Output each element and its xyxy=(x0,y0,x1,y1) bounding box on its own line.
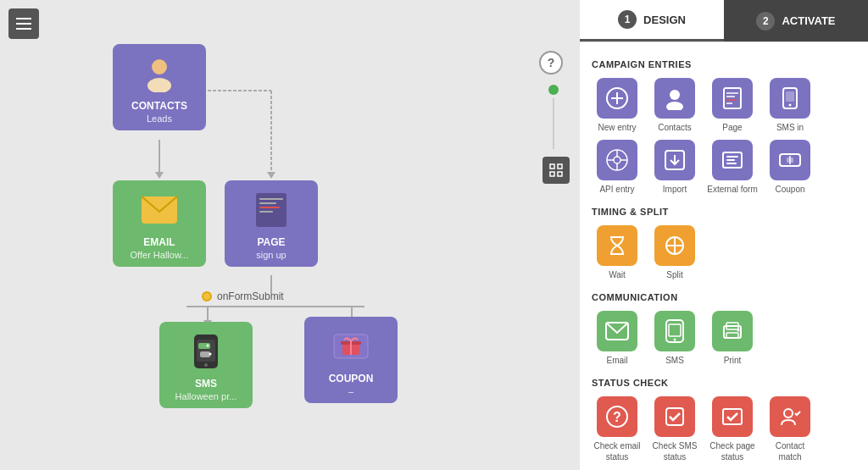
wait-icon xyxy=(597,225,637,266)
check-sms-icon xyxy=(654,396,695,437)
check-sms-item[interactable]: Check SMS status xyxy=(649,396,700,462)
svg-point-17 xyxy=(147,78,171,92)
svg-marker-5 xyxy=(155,172,164,179)
coupon-panel-icon xyxy=(770,140,810,180)
email-comm-label: Email xyxy=(606,355,627,366)
sms-node[interactable]: SMS Halloween pr... xyxy=(159,322,253,408)
svg-rect-60 xyxy=(726,163,737,164)
api-entry-item[interactable]: API entry xyxy=(592,140,643,195)
fit-button[interactable] xyxy=(542,157,570,184)
email-icon xyxy=(138,189,181,231)
zoom-line xyxy=(553,98,554,149)
wait-label: Wait xyxy=(609,269,626,280)
zoom-slider[interactable] xyxy=(548,85,559,149)
svg-point-39 xyxy=(670,90,680,100)
svg-point-29 xyxy=(207,345,209,347)
email-comm-item[interactable]: Email xyxy=(592,311,643,366)
sms-comm-label: SMS xyxy=(665,355,684,366)
svg-point-30 xyxy=(209,353,212,356)
svg-rect-3 xyxy=(558,172,562,176)
panel-header: 1 DESIGN 2 ACTIVATE xyxy=(580,0,868,42)
hamburger-button[interactable] xyxy=(8,8,39,39)
status-check-title: STATUS CHECK xyxy=(592,378,856,388)
right-panel: 1 DESIGN 2 ACTIVATE CAMPAIGN ENTRIES New… xyxy=(580,0,868,470)
coupon-icon xyxy=(330,325,372,368)
new-entry-label: New entry xyxy=(598,122,636,133)
contact-match-label: Contact match xyxy=(765,440,815,462)
contacts-icon xyxy=(138,53,181,95)
svg-rect-59 xyxy=(726,159,735,161)
svg-point-26 xyxy=(204,363,208,367)
sms-in-item[interactable]: SMS in xyxy=(765,78,815,133)
sms-comm-icon xyxy=(654,311,695,351)
page-node-title: PAGE xyxy=(257,236,285,248)
split-item[interactable]: Split xyxy=(649,225,700,280)
print-item[interactable]: Print xyxy=(707,311,758,366)
svg-rect-28 xyxy=(200,351,210,357)
svg-rect-58 xyxy=(726,156,738,158)
external-form-icon xyxy=(712,140,753,180)
wait-item[interactable]: Wait xyxy=(592,225,643,280)
help-button[interactable]: ? xyxy=(539,51,563,75)
activate-tab-number: 2 xyxy=(756,12,775,30)
new-entry-item[interactable]: New entry xyxy=(592,78,643,133)
svg-rect-2 xyxy=(550,172,554,176)
svg-rect-0 xyxy=(550,164,554,169)
form-submit-label: onFormSubmit xyxy=(202,290,284,302)
api-entry-label: API entry xyxy=(599,184,634,195)
svg-rect-25 xyxy=(197,340,215,362)
contact-match-item[interactable]: Contact match xyxy=(765,396,815,462)
split-icon xyxy=(654,225,695,266)
contacts-node[interactable]: CONTACTS Leads xyxy=(113,44,206,130)
coupon-item[interactable]: Coupon xyxy=(765,140,815,195)
svg-point-40 xyxy=(666,102,683,110)
coupon-panel-label: Coupon xyxy=(775,184,804,195)
import-item[interactable]: Import xyxy=(649,140,700,195)
check-email-item[interactable]: ? Check email status xyxy=(592,396,643,462)
sms-icon xyxy=(185,330,227,373)
svg-text:?: ? xyxy=(613,410,621,424)
design-tab-label: DESIGN xyxy=(643,14,686,26)
coupon-node[interactable]: COUPON – xyxy=(304,317,398,403)
check-page-icon xyxy=(712,396,753,437)
campaign-entries-title: CAMPAIGN ENTRIES xyxy=(592,59,856,69)
sms-in-label: SMS in xyxy=(776,122,804,133)
external-form-item[interactable]: External form xyxy=(707,140,758,195)
panel-body: CAMPAIGN ENTRIES New entry Contacts xyxy=(580,42,868,470)
check-page-item[interactable]: Check page status xyxy=(707,396,758,462)
check-sms-label: Check SMS status xyxy=(649,440,700,462)
svg-rect-21 xyxy=(259,202,276,204)
contacts-panel-label: Contacts xyxy=(658,122,691,133)
svg-marker-8 xyxy=(267,172,275,179)
page-panel-label: Page xyxy=(722,122,742,133)
contacts-panel-icon xyxy=(654,78,695,119)
page-node[interactable]: PAGE sign up xyxy=(225,180,318,267)
svg-rect-41 xyxy=(724,88,741,108)
page-node-subtitle: sign up xyxy=(256,250,286,260)
sms-comm-item[interactable]: SMS xyxy=(649,311,700,366)
print-label: Print xyxy=(724,355,742,366)
sms-in-icon xyxy=(770,78,810,119)
contacts-item[interactable]: Contacts xyxy=(649,78,700,133)
page-item[interactable]: Page xyxy=(707,78,758,133)
contacts-node-subtitle: Leads xyxy=(147,113,172,124)
contacts-node-title: CONTACTS xyxy=(131,100,187,112)
email-node-title: EMAIL xyxy=(143,236,175,248)
zoom-dot[interactable] xyxy=(548,85,559,95)
svg-point-48 xyxy=(789,104,792,107)
email-node[interactable]: EMAIL Offer Hallow... xyxy=(113,180,206,267)
canvas-area[interactable]: ? xyxy=(0,0,580,470)
svg-rect-71 xyxy=(669,324,681,336)
email-node-subtitle: Offer Hallow... xyxy=(131,250,189,260)
contact-match-icon xyxy=(770,396,810,437)
tab-activate[interactable]: 2 ACTIVATE xyxy=(724,0,868,41)
external-form-label: External form xyxy=(707,184,757,195)
campaign-entries-grid: New entry Contacts Page SM xyxy=(592,78,856,195)
page-panel-icon xyxy=(712,78,753,119)
svg-rect-47 xyxy=(786,91,794,102)
sms-node-title: SMS xyxy=(195,378,217,390)
check-page-label: Check page status xyxy=(707,440,758,462)
tab-design[interactable]: 1 DESIGN xyxy=(580,0,724,41)
svg-point-81 xyxy=(784,409,793,417)
import-icon xyxy=(654,140,695,180)
